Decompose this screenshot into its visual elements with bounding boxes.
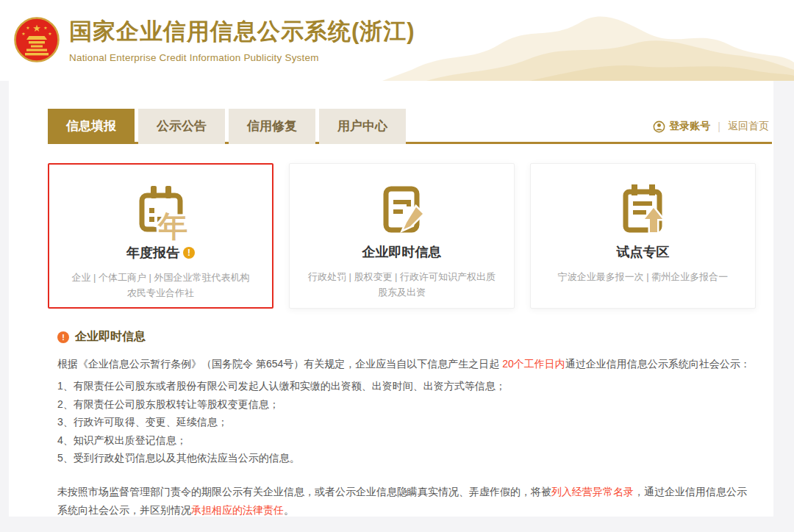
list-item: 1、有限责任公司股东或者股份有限公司发起人认缴和实缴的出资额、出资时间、出资方式… [57,377,757,395]
warning-icon: ! [57,331,69,343]
user-circle-icon [653,121,665,133]
svg-text:★: ★ [21,32,25,36]
card-instant-info[interactable]: 企业即时信息 行政处罚 | 股权变更 | 行政许可知识产权出质 股东及出资 [289,163,515,309]
card-title-pilot-zone: 试点专区 [531,243,755,261]
account-divider: | [718,121,720,132]
alert-badge-icon: ! [183,247,195,259]
annual-report-calendar-icon: 年 [130,181,192,242]
notice-section: ! 企业即时信息 根据《企业信息公示暂行条例》（国务院令 第654号）有关规定，… [57,329,757,520]
tab-user-center[interactable]: 用户中心 [319,109,406,144]
card-title-instant-info: 企业即时信息 [290,243,514,261]
main-panel: 信息填报 公示公告 信用修复 用户中心 登录账号 | 返回首页 [9,81,773,517]
notice-warning: 未按照市场监督管理部门责令的期限公示有关企业信息，或者公示企业信息隐瞒真实情况、… [57,483,752,520]
list-item: 3、行政许可取得、变更、延续信息； [57,413,757,431]
notice-heading: ! 企业即时信息 [57,329,757,345]
header: ★ ★ ★ ★ ★ 国家企业信用信息公示系统(浙江) National Ente… [0,0,794,81]
svg-text:年: 年 [157,210,187,242]
svg-text:★: ★ [32,23,41,34]
svg-text:★: ★ [26,26,29,30]
card-subtitle-instant-info: 行政处罚 | 股权变更 | 行政许可知识产权出质 股东及出资 [290,269,514,301]
login-account-link[interactable]: 登录账号 [669,120,710,133]
card-pilot-zone[interactable]: 试点专区 宁波企业最多报一次 | 衢州企业多报合一 [530,163,756,309]
instant-info-document-icon [371,180,433,242]
tab-info-filing[interactable]: 信息填报 [48,109,135,144]
card-subtitle-pilot-zone: 宁波企业最多报一次 | 衢州企业多报合一 [531,269,755,284]
pilot-zone-upload-icon [612,180,674,242]
tab-bar: 信息填报 公示公告 信用修复 用户中心 登录账号 | 返回首页 [48,109,772,144]
tab-public-announcement[interactable]: 公示公告 [138,109,225,144]
feature-cards: 年 年度报告! 企业 | 个体工商户 | 外国企业常驻代表机构 农民专业合作社 [48,163,771,309]
card-title-annual-report: 年度报告! [49,244,272,262]
list-item: 2、有限责任公司股东股权转让等股权变更信息； [57,395,757,414]
return-home-link[interactable]: 返回首页 [728,120,769,133]
svg-text:★: ★ [43,26,47,30]
deadline-highlight: 20个工作日内 [502,358,565,370]
site-title: 国家企业信用信息公示系统(浙江) [69,16,415,47]
legal-liability-link[interactable]: 承担相应的法律责任 [191,504,284,516]
notice-intro: 根据《企业信息公示暂行条例》（国务院令 第654号）有关规定，企业应当自以下信息… [57,356,757,372]
card-subtitle-annual-report: 企业 | 个体工商户 | 外国企业常驻代表机构 农民专业合作社 [49,270,272,301]
card-annual-report[interactable]: 年 年度报告! 企业 | 个体工商户 | 外国企业常驻代表机构 农民专业合作社 [48,163,273,309]
national-emblem-icon: ★ ★ ★ ★ ★ [13,15,60,65]
tab-credit-repair[interactable]: 信用修复 [229,109,315,144]
notice-list: 1、有限责任公司股东或者股份有限公司发起人认缴和实缴的出资额、出资时间、出资方式… [57,377,757,467]
account-bar: 登录账号 | 返回首页 [653,109,769,144]
svg-text:★: ★ [48,32,51,36]
list-item: 4、知识产权出质登记信息； [57,431,757,450]
site-subtitle-en: National Enterprise Credit Information P… [69,52,415,63]
header-mountain-art [382,0,794,81]
list-item: 5、受到行政处罚信息以及其他依法应当公示的信息。 [57,449,757,467]
notice-heading-text: 企业即时信息 [75,329,146,345]
page: { "header": { "title": "国家企业信用信息公示系统(浙江)… [0,0,794,532]
abnormal-list-link[interactable]: 列入经营异常名录 [551,486,634,497]
